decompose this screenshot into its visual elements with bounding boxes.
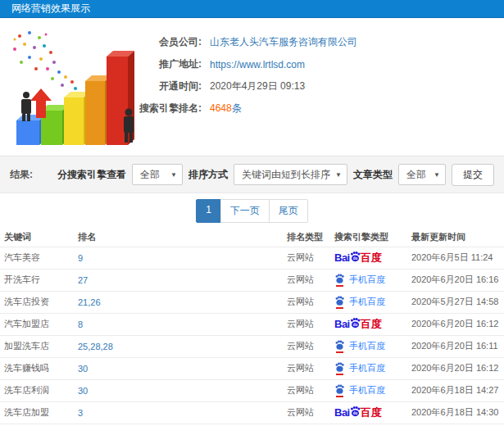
result-label: 结果:: [10, 168, 33, 182]
table-header-row: 关键词 排名 排名类型 搜索引擎类型 最新更新时间: [0, 228, 504, 247]
rank-link[interactable]: 25,28,28: [78, 342, 113, 351]
engine-rank-label: 搜索引擎排名:: [138, 102, 210, 116]
col-rank-type: 排名类型: [283, 228, 330, 247]
mobile-baidu-paw-icon: [334, 362, 345, 375]
rank-link[interactable]: 8: [78, 320, 83, 329]
keyword-cell: 洗车店加盟: [0, 401, 74, 424]
baidu-paw-icon: du: [349, 251, 361, 263]
rank-link[interactable]: 30: [78, 386, 88, 396]
rank-type-cell: 云网站: [283, 247, 330, 269]
mobile-baidu-paw-icon: [334, 340, 345, 353]
submit-button[interactable]: 提交: [452, 164, 494, 186]
info-fields: 会员公司: 山东老人头汽车服务咨询有限公司 推广地址: https://www.…: [138, 18, 504, 120]
table-row: 汽车美容 9 云网站 Bai du 百度 2020年6月5日 11:24: [0, 247, 504, 269]
engine-rank-unit: 条: [232, 102, 242, 114]
mobile-baidu-badge[interactable]: 手机百度: [334, 384, 385, 397]
mobile-baidu-label: 手机百度: [349, 274, 385, 286]
rank-link[interactable]: 27: [78, 275, 88, 285]
title-bar: 网络营销效果展示: [0, 0, 504, 18]
col-updated: 最新更新时间: [407, 228, 504, 247]
rank-type-cell: 云网站: [283, 379, 330, 401]
mobile-baidu-label: 手机百度: [349, 296, 385, 308]
next-page-button[interactable]: 下一页: [220, 199, 270, 223]
baidu-logo-text: Bai: [334, 252, 350, 264]
mobile-baidu-badge[interactable]: 手机百度: [334, 362, 385, 375]
mobile-baidu-badge[interactable]: 手机百度: [334, 296, 385, 309]
baidu-logo[interactable]: Bai du 百度: [334, 251, 382, 265]
info-panel: 会员公司: 山东老人头汽车服务咨询有限公司 推广地址: https://www.…: [0, 18, 504, 156]
updated-cell: 2020年6月20日 16:12: [407, 357, 504, 379]
open-time-row: 开通时间: 2020年4月29日 09:13: [138, 75, 504, 97]
updated-cell: 2020年6月20日 16:11: [407, 335, 504, 357]
bar-chart-growth-illustration: [5, 26, 136, 151]
engine-rank-count: 4648: [210, 102, 232, 114]
keyword-cell: 汽车加盟店: [0, 313, 74, 335]
baidu-logo[interactable]: Bai du 百度: [334, 406, 382, 420]
mobile-baidu-badge[interactable]: 手机百度: [334, 274, 385, 287]
rank-link[interactable]: 30: [78, 364, 88, 374]
baidu-logo-cn: 百度: [361, 251, 382, 265]
keyword-cell: 汽车美容: [0, 247, 74, 269]
col-keyword: 关键词: [0, 228, 74, 247]
page-1-button[interactable]: 1: [196, 199, 221, 223]
pagination-wrap: 1 下一页 尾页: [0, 193, 504, 228]
promo-url-link[interactable]: https://www.lrtlsd.com: [210, 59, 305, 70]
sort-label: 排序方式: [188, 168, 228, 182]
updated-cell: 2020年5月27日 14:58: [407, 291, 504, 313]
engine-filter-label: 分搜索引擎查看: [57, 168, 126, 182]
rank-type-cell: 云网站: [283, 269, 330, 291]
baidu-logo-text: Bai: [334, 318, 350, 330]
svg-text:du: du: [352, 323, 357, 327]
rank-link[interactable]: 3: [78, 408, 83, 418]
updated-cell: 2020年6月18日 14:27: [407, 379, 504, 401]
member-company-link[interactable]: 山东老人头汽车服务咨询有限公司: [210, 35, 357, 49]
table-row: 洗车店加盟 3 云网站 Bai du 百度 2020年6月18日 14:30: [0, 401, 504, 424]
rank-type-cell: 云网站: [283, 357, 330, 379]
rank-type-cell: 云网站: [283, 401, 330, 424]
chevron-down-icon: ▼: [434, 165, 440, 186]
results-table: 关键词 排名 排名类型 搜索引擎类型 最新更新时间 汽车美容 9 云网站 Bai…: [0, 228, 504, 424]
svg-text:du: du: [352, 256, 357, 261]
mobile-baidu-label: 手机百度: [349, 340, 385, 352]
sort-value: 关键词由短到长排序: [242, 169, 330, 180]
rank-type-cell: 云网站: [283, 335, 330, 357]
filter-controls: 分搜索引擎查看 全部 ▼ 排序方式 关键词由短到长排序 ▼ 文章类型 全部 ▼ …: [57, 164, 494, 186]
baidu-logo-cn: 百度: [361, 406, 382, 420]
baidu-logo-text: Bai: [334, 406, 350, 419]
baidu-paw-icon: du: [349, 317, 361, 329]
open-time-label: 开通时间:: [138, 79, 210, 93]
table-row: 洗车赚钱吗 30 云网站 手机百度 2020年6月20日 16:12: [0, 357, 504, 379]
sort-select[interactable]: 关键词由短到长排序 ▼: [234, 164, 347, 185]
baidu-logo-cn: 百度: [361, 317, 382, 332]
article-type-value: 全部: [406, 169, 426, 180]
mobile-baidu-badge[interactable]: 手机百度: [334, 340, 385, 353]
baidu-logo[interactable]: Bai du 百度: [334, 317, 382, 332]
chevron-down-icon: ▼: [170, 165, 177, 186]
updated-cell: 2020年6月5日 11:24: [407, 247, 504, 269]
table-row: 汽车加盟店 8 云网站 Bai du 百度 2020年6月20日 16:12: [0, 313, 504, 335]
mobile-baidu-label: 手机百度: [349, 384, 385, 397]
pagination: 1 下一页 尾页: [196, 199, 308, 223]
filter-bar: 结果: 分搜索引擎查看 全部 ▼ 排序方式 关键词由短到长排序 ▼ 文章类型 全…: [0, 156, 504, 193]
rank-link[interactable]: 9: [78, 253, 83, 263]
last-page-button[interactable]: 尾页: [269, 199, 308, 223]
keyword-cell: 洗车店投资: [0, 291, 74, 313]
rank-type-cell: 云网站: [283, 313, 330, 335]
keyword-cell: 洗车店利润: [0, 379, 74, 401]
keyword-cell: 洗车赚钱吗: [0, 357, 74, 379]
mobile-baidu-label: 手机百度: [349, 362, 385, 374]
baidu-paw-icon: du: [349, 406, 361, 418]
page-title: 网络营销效果展示: [11, 2, 90, 16]
member-company-label: 会员公司:: [138, 35, 210, 49]
updated-cell: 2020年6月18日 14:30: [407, 401, 504, 424]
table-row: 开洗车行 27 云网站 手机百度 2020年6月20日 16:16: [0, 269, 504, 291]
keyword-cell: 开洗车行: [0, 269, 74, 291]
rank-link[interactable]: 21,26: [78, 297, 101, 307]
article-type-select[interactable]: 全部 ▼: [398, 164, 446, 185]
confetti-dots: [13, 31, 77, 90]
chevron-down-icon: ▼: [335, 165, 342, 186]
svg-text:du: du: [352, 411, 357, 415]
engine-filter-select[interactable]: 全部 ▼: [132, 164, 183, 185]
table-row: 洗车店利润 30 云网站 手机百度 2020年6月18日 14:27: [0, 379, 504, 401]
engine-filter-value: 全部: [140, 169, 160, 180]
